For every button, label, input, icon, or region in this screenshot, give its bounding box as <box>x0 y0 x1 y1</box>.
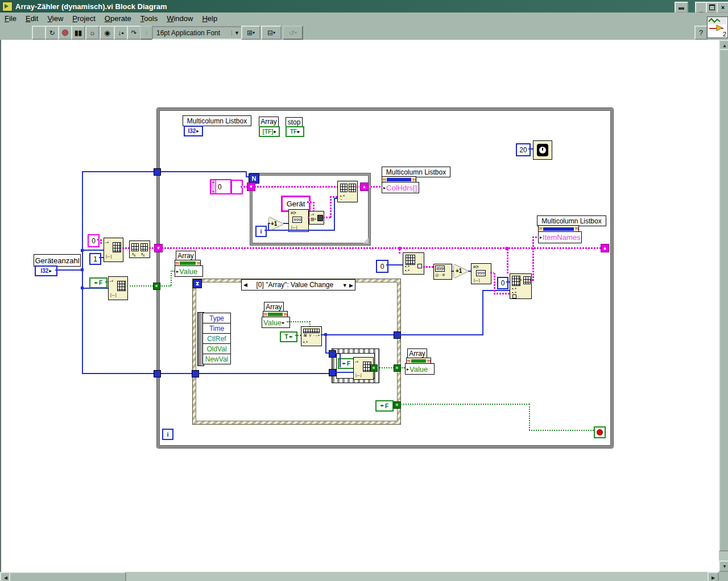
tunnel-device-count-top[interactable] <box>154 168 161 176</box>
event-data-field[interactable]: Type <box>202 313 231 323</box>
replace-zero-constant[interactable]: 0 <box>497 277 508 289</box>
stop-terminal[interactable]: TF▸ <box>286 126 304 137</box>
search-1d-array-node[interactable]: ⊠ Y ·→▪ ▪.+ <box>301 326 322 346</box>
one-constant[interactable]: 1 <box>89 253 101 265</box>
highlight-execution-button[interactable]: ☼ <box>85 26 100 40</box>
retain-wire-values-button[interactable]: ◉ <box>100 26 115 40</box>
for-iteration-terminal[interactable]: i <box>255 226 267 237</box>
increment-label: +1 <box>271 221 277 227</box>
number-to-string-node[interactable]: #⟳ 999 |↔| <box>288 209 309 232</box>
index-array-node[interactable]: ▪.+ ▪.+ <box>403 252 424 275</box>
increment-label: +1 <box>456 268 462 274</box>
close-button[interactable]: × <box>717 2 728 13</box>
context-help-button[interactable]: ? <box>694 26 708 40</box>
font-selector[interactable]: 16pt Application Font ▼ <box>152 26 243 40</box>
menu-operate[interactable]: Operate <box>100 13 136 24</box>
string-zero-constant[interactable]: 0 <box>88 234 100 247</box>
concatenate-strings-node[interactable]: ▫+ ▨+ <box>309 211 324 225</box>
index-zero-constant[interactable]: 0 <box>376 260 388 273</box>
toolbar: ⇨ ↻ ▮▮ ☼ ◉ ↓▪ ↷ ↑ 16pt Application Font … <box>0 24 728 41</box>
print-window-button[interactable] <box>675 2 688 13</box>
vertical-scroll-thumb[interactable] <box>719 49 728 551</box>
pause-button[interactable]: ▮▮ <box>71 26 85 40</box>
transpose-2d-array-node[interactable]: xij xij <box>129 240 150 258</box>
listbox-terminal-label[interactable]: Multicolumn Listbox <box>183 115 251 126</box>
itemnames-property[interactable]: ▸ItemNames <box>538 231 582 243</box>
horizontal-scroll-thumb[interactable] <box>9 572 126 581</box>
tunnel-device-count-bottom[interactable] <box>154 370 161 377</box>
initialize-array-node[interactable]: ▫+ |↔| <box>104 238 123 262</box>
loop-condition-terminal[interactable] <box>594 426 606 438</box>
array-grid-icon <box>131 243 139 251</box>
event-selector[interactable]: ◀ [0] "Array": Value Change ▼ ▶ <box>241 279 355 290</box>
true-constant[interactable]: T✏ <box>280 331 297 342</box>
event-case-title: [0] "Array": Value Change <box>257 281 334 289</box>
listbox-terminal[interactable]: I32▸ <box>184 126 203 136</box>
run-continuous-button[interactable]: ↻ <box>45 26 59 40</box>
menu-edit[interactable]: Edit <box>21 13 43 24</box>
event-data-field[interactable]: Time <box>202 323 231 334</box>
vi-icon[interactable]: 2 <box>707 16 728 38</box>
array-grid-icon <box>512 276 520 286</box>
align-objects-button[interactable]: ⊞▾ <box>241 26 260 40</box>
stop-sign-icon <box>597 429 603 435</box>
array-grid-icon <box>523 276 531 284</box>
event-data-field[interactable]: OldVal <box>202 343 231 354</box>
array-terminal[interactable]: [TF]▸ <box>259 126 280 137</box>
step-into-button[interactable]: ↓▪ <box>114 26 128 40</box>
shift-register-right-icon[interactable]: ▲ <box>601 244 609 252</box>
labview-window: Array-Zähler (dynamisch).vi Block Diagra… <box>0 0 728 581</box>
abort-button[interactable] <box>58 26 72 40</box>
step-over-button[interactable]: ↷ <box>127 26 141 40</box>
title-bar: Array-Zähler (dynamisch).vi Block Diagra… <box>0 0 728 13</box>
replace-array-subset-node[interactable]: + ▪.+ ▪.+ <box>510 273 532 299</box>
tunnel-stop[interactable] <box>394 401 401 409</box>
while-iteration-terminal[interactable]: i <box>162 429 173 440</box>
scroll-down-icon[interactable]: ▼ <box>719 561 728 572</box>
step-out-button[interactable]: ↑ <box>140 26 153 40</box>
event-prev-icon[interactable]: ◀ <box>243 282 247 288</box>
scroll-right-icon[interactable]: ▶ <box>708 572 719 581</box>
event-data-field[interactable]: CtlRef <box>202 333 231 344</box>
distribute-objects-button[interactable]: ⊟▾ <box>261 26 282 40</box>
vertical-scrollbar[interactable]: ▲ ▼ <box>719 40 728 572</box>
false-constant-stop[interactable]: ✏F <box>375 400 394 412</box>
reorder-button[interactable]: ↺▾ <box>283 26 303 40</box>
array-terminal-label[interactable]: Array <box>259 117 279 127</box>
array-value-write-property[interactable]: ▸Value <box>405 363 435 375</box>
digits-label: 999 <box>476 270 486 276</box>
event-dropdown-icon: ▼ <box>342 283 348 288</box>
digits-label: 999 <box>435 265 445 272</box>
initialize-array-node-bool[interactable]: ▫+ |↔| <box>108 276 128 300</box>
array-grid-icon <box>117 281 126 291</box>
array-grid-icon <box>349 184 356 192</box>
array-grid-icon <box>340 184 348 192</box>
event-data-node[interactable]: Type Time CtlRef OldVal NewVal <box>202 313 231 364</box>
scrollbar-icon: ▲▼ <box>211 180 216 193</box>
horizontal-scrollbar[interactable]: ◀ ▶ <box>0 572 719 581</box>
wait-until-next-ms-node[interactable] <box>533 140 552 160</box>
string-scroll-constant[interactable]: ▲▼ 0 <box>210 179 231 194</box>
run-button[interactable]: ⇨ <box>32 26 46 40</box>
event-data-field[interactable]: NewVal <box>202 354 231 364</box>
number-to-string-node-2[interactable]: #⟳ 999 |↔| <box>471 263 491 284</box>
false-constant-left[interactable]: ✏F <box>89 277 107 288</box>
menu-bar: File Edit View Project Operate Tools Win… <box>0 13 728 25</box>
device-count-terminal[interactable]: I32▸ <box>35 265 57 276</box>
digits-label: 999 <box>292 217 302 223</box>
wait-ms-constant[interactable]: 20 <box>516 143 531 156</box>
array-grid-icon <box>113 242 121 252</box>
menu-view[interactable]: View <box>43 13 68 24</box>
device-count-label[interactable]: Geräteanzahl <box>34 254 81 267</box>
menu-tools[interactable]: Tools <box>136 13 162 24</box>
menu-help[interactable]: Help <box>197 13 222 24</box>
string-to-number-node[interactable]: 999 ◎···# <box>433 264 452 280</box>
menu-project[interactable]: Project <box>68 13 100 24</box>
colhdrs-property[interactable]: ▸ColHdrs[] <box>382 182 419 193</box>
array-value-outer-property[interactable]: ▸Value <box>175 265 203 277</box>
event-timeout-terminal[interactable]: ⧗ <box>193 279 202 288</box>
menu-file[interactable]: File <box>0 13 21 24</box>
build-array-node[interactable]: ▪.+ ▫ <box>337 181 358 202</box>
array-value-read-property[interactable]: Value▸ <box>262 317 290 328</box>
menu-window[interactable]: Window <box>162 13 197 24</box>
